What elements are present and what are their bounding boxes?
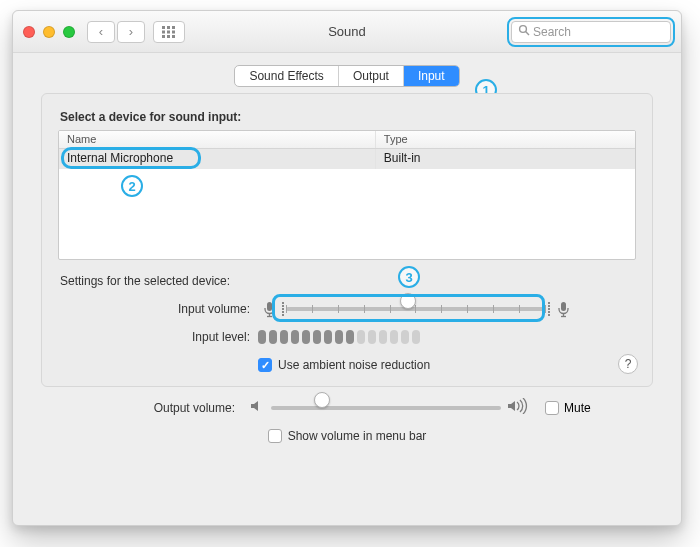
mute-label: Mute [564, 401, 591, 415]
device-list-header: Name Type [59, 131, 635, 149]
tab-output[interactable]: Output [339, 66, 404, 86]
svg-rect-5 [172, 30, 175, 33]
svg-point-9 [520, 26, 527, 33]
device-list-heading: Select a device for sound input: [60, 110, 636, 124]
svg-rect-0 [162, 26, 165, 29]
close-icon[interactable] [23, 26, 35, 38]
svg-rect-1 [167, 26, 170, 29]
svg-rect-6 [162, 35, 165, 38]
svg-rect-14 [561, 302, 566, 311]
minimize-icon[interactable] [43, 26, 55, 38]
back-button[interactable]: ‹ [87, 21, 115, 43]
search-input[interactable]: Search [511, 21, 671, 43]
device-type: Built-in [376, 149, 635, 169]
tab-sound-effects[interactable]: Sound Effects [235, 66, 339, 86]
titlebar: ‹ › Sound Search [13, 11, 681, 53]
search-icon [518, 24, 530, 39]
speaker-low-icon [249, 398, 265, 418]
output-volume-label: Output volume: [57, 401, 243, 415]
forward-button[interactable]: › [117, 21, 145, 43]
device-name: Internal Microphone [59, 149, 376, 169]
output-volume-row: Output volume: Mute [57, 395, 637, 421]
ambient-noise-label: Use ambient noise reduction [278, 358, 430, 372]
ambient-noise-row: ✓ Use ambient noise reduction [58, 358, 636, 372]
window-controls [23, 26, 75, 38]
device-row-internal-mic[interactable]: Internal Microphone Built-in [59, 149, 635, 169]
annotation-2: 2 [121, 175, 143, 197]
svg-rect-2 [172, 26, 175, 29]
output-volume-knob[interactable] [314, 392, 330, 408]
input-volume-row: Input volume: 3 [58, 296, 636, 322]
input-level-meter [258, 330, 518, 344]
search-placeholder: Search [533, 25, 571, 39]
sound-preferences-window: ‹ › Sound Search Sound Effects Output In… [12, 10, 682, 526]
menubar-volume-label: Show volume in menu bar [288, 429, 427, 443]
input-pane: Select a device for sound input: Name Ty… [41, 93, 653, 387]
mic-high-icon [556, 301, 570, 318]
ambient-noise-checkbox[interactable]: ✓ [258, 358, 272, 372]
speaker-high-icon [507, 398, 529, 418]
menubar-volume-checkbox[interactable] [268, 429, 282, 443]
svg-rect-3 [162, 30, 165, 33]
mic-high-dots [548, 302, 550, 316]
input-volume-slider[interactable] [286, 299, 546, 319]
menubar-volume-row: Show volume in menu bar [57, 429, 637, 443]
mute-checkbox[interactable] [545, 401, 559, 415]
zoom-icon[interactable] [63, 26, 75, 38]
settings-heading: Settings for the selected device: [60, 274, 636, 288]
mic-low-dots [282, 302, 284, 316]
input-volume-label: Input volume: [58, 302, 258, 316]
window-title: Sound [328, 24, 366, 39]
column-type: Type [376, 131, 635, 148]
column-name: Name [59, 131, 376, 148]
device-list[interactable]: Name Type Internal Microphone Built-in 2 [58, 130, 636, 260]
mic-low-icon [262, 301, 276, 318]
svg-rect-11 [267, 302, 272, 311]
show-all-button[interactable] [153, 21, 185, 43]
input-level-row: Input level: [58, 324, 636, 350]
input-level-label: Input level: [58, 330, 258, 344]
svg-line-10 [526, 32, 529, 35]
content-area: Sound Effects Output Input 1 Select a de… [13, 53, 681, 457]
svg-rect-8 [172, 35, 175, 38]
help-button[interactable]: ? [618, 354, 638, 374]
tab-bar: Sound Effects Output Input 1 [41, 65, 653, 87]
svg-rect-4 [167, 30, 170, 33]
tab-input[interactable]: Input [404, 66, 459, 86]
nav-buttons: ‹ › [87, 21, 145, 43]
footer-area: Output volume: Mute Show volume in menu … [41, 387, 653, 443]
output-volume-slider[interactable] [271, 398, 501, 418]
svg-rect-7 [167, 35, 170, 38]
